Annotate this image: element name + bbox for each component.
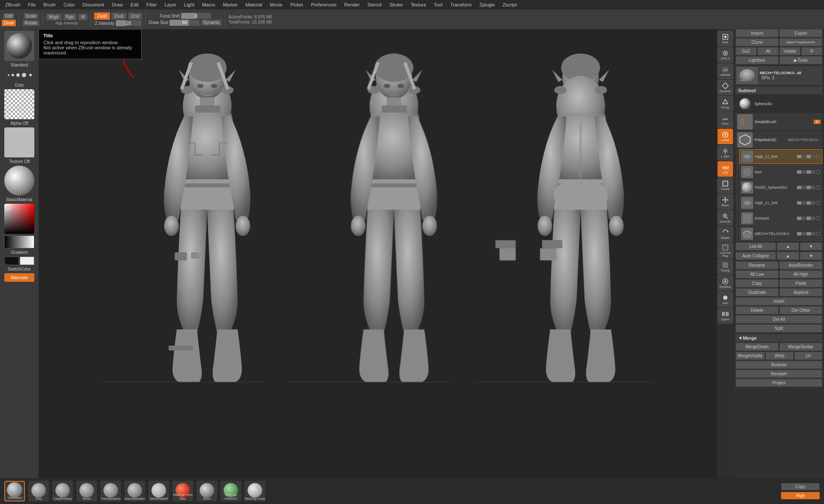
- del-all-button[interactable]: Del All: [736, 315, 822, 323]
- menu-zscript[interactable]: Zscript: [499, 1, 520, 8]
- auto-collapse-down[interactable]: ▼: [800, 252, 822, 260]
- three-view-canvas[interactable]: [39, 29, 717, 478]
- z-intensity-slider[interactable]: Z Intensity 25: [95, 20, 142, 26]
- menu-transform[interactable]: Transform: [447, 1, 475, 8]
- menu-layer[interactable]: Layer: [161, 1, 180, 8]
- subtool-item-4[interactable]: Extract0: [739, 211, 822, 226]
- subtool-slider2-2[interactable]: [806, 186, 815, 189]
- edit-button[interactable]: Edit: [3, 13, 15, 19]
- subtool-slider2-3[interactable]: [806, 201, 815, 205]
- delete-button[interactable]: Delete: [736, 306, 779, 314]
- subtool-slider2-1[interactable]: [806, 170, 815, 174]
- paste-subtool-button[interactable]: Paste: [779, 279, 822, 287]
- visible-button[interactable]: Visible: [779, 47, 800, 55]
- aahalf-btn[interactable]: AA AAHalf: [718, 63, 733, 79]
- menu-tool[interactable]: Tool: [430, 1, 446, 8]
- subtool-slider2-4[interactable]: [806, 217, 815, 220]
- linefill-btn[interactable]: Line FillPoly: [718, 243, 733, 258]
- menu-macro[interactable]: Macro: [199, 1, 219, 8]
- menu-document[interactable]: Document: [79, 1, 107, 8]
- subtool-slider2-5[interactable]: [806, 232, 815, 235]
- subtool-item-5[interactable]: MECH+TELOCHKA: [739, 226, 822, 241]
- append-button[interactable]: Append: [779, 288, 822, 296]
- menu-preferences[interactable]: Preferences: [308, 1, 340, 8]
- subtool-slider-0[interactable]: [797, 155, 806, 158]
- r-button[interactable]: R: [801, 47, 822, 55]
- m-button[interactable]: M: [78, 13, 88, 21]
- project-button[interactable]: Project: [736, 379, 822, 387]
- export-button[interactable]: Export: [779, 29, 822, 37]
- rename-button[interactable]: Rename: [736, 261, 779, 269]
- rotate-button[interactable]: Rotate: [22, 20, 39, 26]
- bottom-brush-claybuildup[interactable]: ClayBuildup: [52, 481, 73, 501]
- auto-collapse-up[interactable]: ▲: [777, 252, 799, 260]
- mrgb-button[interactable]: Mrgb: [46, 13, 62, 21]
- insert-button[interactable]: Insert: [736, 297, 822, 305]
- solo-btn[interactable]: Solo: [718, 292, 733, 307]
- bottom-brush-trimdynamic[interactable]: TrimDynamic: [100, 481, 121, 501]
- material-preview[interactable]: [4, 166, 34, 196]
- split-button[interactable]: Split: [736, 324, 822, 332]
- clone-button[interactable]: Clone: [736, 38, 779, 46]
- subtool-eye-4[interactable]: [816, 216, 820, 220]
- zoom3d-btn[interactable]: Zoom3D: [718, 210, 733, 226]
- bottom-high-button[interactable]: High: [781, 492, 820, 499]
- boolean-button[interactable]: Boolean: [736, 361, 822, 369]
- subtool-item-3[interactable]: High_11_DM: [739, 196, 822, 210]
- menu-stroke[interactable]: Stroke: [386, 1, 406, 8]
- menu-material[interactable]: Material: [242, 1, 266, 8]
- list-all-up[interactable]: ▲: [777, 242, 799, 250]
- menu-texture[interactable]: Texture: [407, 1, 430, 8]
- texture-preview[interactable]: [4, 127, 34, 157]
- all-low-button[interactable]: All Low: [736, 270, 779, 278]
- subtool-item-0[interactable]: High_11_DM: [739, 149, 822, 164]
- subtool-slider-3[interactable]: [797, 201, 806, 205]
- menu-zplugin[interactable]: Zplugin: [476, 1, 498, 8]
- remesh-button[interactable]: Remesh: [736, 370, 822, 378]
- merge-section-header[interactable]: ▼Merge: [736, 334, 822, 342]
- import-button[interactable]: Import: [736, 29, 779, 37]
- dynamic-btn[interactable]: Dynamic: [718, 80, 733, 95]
- weld-button[interactable]: Weld: [766, 352, 794, 360]
- subtool-section-header[interactable]: Subtool: [736, 87, 822, 94]
- menu-file[interactable]: File: [24, 1, 39, 8]
- subtool-eye-5[interactable]: [816, 232, 820, 236]
- bottom-brush-matcap-green[interactable]: MatCap GreenCl: [221, 481, 241, 501]
- lsym-btn[interactable]: L.Sym: [718, 145, 733, 160]
- autoreorder-button[interactable]: AutoReorder: [779, 261, 822, 269]
- xpose-btn[interactable]: Xpose: [718, 308, 733, 323]
- spts-btn[interactable]: SPts 3: [718, 47, 733, 63]
- scale-button[interactable]: Scale: [24, 13, 39, 19]
- subtool-eye-1[interactable]: [816, 170, 820, 174]
- menu-brush[interactable]: Brush: [40, 1, 59, 8]
- bottom-brush-skinshade4[interactable]: SkinShade4: [148, 481, 169, 501]
- merge-similar-button[interactable]: MergeSimilar: [779, 343, 822, 351]
- color-picker[interactable]: [4, 204, 34, 234]
- subtool-eye-0[interactable]: [816, 154, 820, 159]
- subtool-slider-5[interactable]: [797, 232, 806, 235]
- bottom-brush-matcap-red[interactable]: MatCap Red Wax: [173, 481, 193, 501]
- zsub-button[interactable]: Zsub: [111, 12, 127, 20]
- make-polymesh3d-button[interactable]: Make PolyMesh3D: [779, 38, 822, 46]
- menu-marker[interactable]: Marker: [219, 1, 241, 8]
- frame-btn[interactable]: Frame: [718, 178, 733, 193]
- menu-zbrush[interactable]: ZBrush: [2, 1, 24, 8]
- alternate-button[interactable]: Alternate: [4, 273, 34, 282]
- black-swatch[interactable]: [4, 257, 19, 265]
- menu-movie[interactable]: Movie: [267, 1, 286, 8]
- menu-picker[interactable]: Picker: [287, 1, 307, 8]
- draw-size-slider[interactable]: Draw Size 64 Dynamic: [149, 19, 222, 26]
- local-btn[interactable]: Local: [718, 129, 733, 144]
- bottom-brush-move[interactable]: Move: [76, 481, 97, 501]
- rgb-button[interactable]: Rgb: [63, 13, 77, 21]
- bottom-brush-standard[interactable]: Standard: [4, 481, 25, 501]
- menu-draw[interactable]: Draw: [108, 1, 126, 8]
- subtool-slider-1[interactable]: [797, 170, 806, 174]
- menu-light[interactable]: Light: [181, 1, 198, 8]
- subtool-eye-2[interactable]: [816, 185, 820, 190]
- menu-edit[interactable]: Edit: [127, 1, 142, 8]
- menu-color[interactable]: Color: [60, 1, 78, 8]
- rotate-icon-btn[interactable]: Rotate: [718, 226, 733, 242]
- bottom-brush-blinn[interactable]: Blinn: [197, 481, 217, 501]
- zcut-button[interactable]: Zcut: [128, 12, 142, 20]
